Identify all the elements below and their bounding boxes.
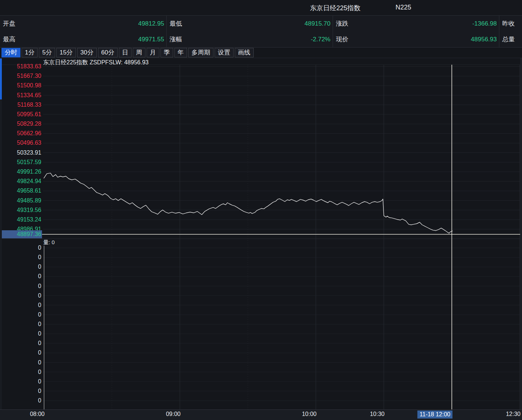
price-tick-label: 51500.98	[0, 82, 41, 90]
price-tick-label: 49658.61	[0, 187, 41, 195]
right-scrollbar-track[interactable]	[520, 58, 522, 409]
volume-tick-label: 0	[0, 349, 41, 357]
price-tick-label: 50662.96	[0, 129, 41, 137]
volume-tick-label: 0	[0, 378, 41, 386]
volume-tick-label: 0	[0, 387, 41, 395]
price-tick-label: 50157.59	[0, 158, 41, 166]
volume-tick-label: 0	[0, 330, 41, 338]
chart-overlay-title: 东京日经225指数 ZSDPFSLW: 48956.93	[43, 59, 148, 67]
volume-tick-label: 0	[0, 263, 41, 271]
volume-tick-label: 0	[0, 368, 41, 376]
volume-tick-label: 0	[0, 301, 41, 309]
price-tick-label: 49485.89	[0, 197, 41, 205]
time-axis-label: 10:30	[370, 411, 385, 417]
price-tick-label: 49153.24	[0, 216, 41, 224]
volume-tick-label: 0	[0, 272, 41, 280]
price-tick-label: 51667.30	[0, 72, 41, 80]
overlay-series-tag: ZSDPFSLW:	[90, 59, 122, 65]
volume-tick-label: 0	[0, 311, 41, 319]
time-axis-label: 08:00	[30, 411, 45, 417]
price-tick-label: 49824.94	[0, 177, 41, 185]
price-tick-label: 51334.65	[0, 91, 41, 99]
overlay-instrument-name: 东京日经225指数	[43, 59, 88, 65]
overlay-last-value: 48956.93	[124, 59, 149, 65]
price-tick-label: 50995.61	[0, 110, 41, 118]
volume-tick-label: 0	[0, 292, 41, 300]
volume-tick-label: 0	[0, 359, 41, 367]
price-tick-label: 50829.28	[0, 120, 41, 128]
time-axis: 08:0009:0010:0010:3011-18 12:0012:30	[0, 409, 522, 420]
price-tick-label: 49991.26	[0, 168, 41, 176]
left-scrollbar-track[interactable]	[0, 58, 2, 409]
left-scrollbar-thumb[interactable]	[0, 58, 2, 99]
volume-tick-label: 0	[0, 244, 41, 252]
price-line	[44, 173, 453, 233]
price-tick-label: 50323.91	[0, 149, 41, 157]
crosshair-price-badge: 48897.36	[0, 230, 42, 238]
volume-tick-label: 0	[0, 397, 41, 405]
price-tick-label: 49319.56	[0, 206, 41, 214]
volume-readout: 量: 0	[43, 239, 55, 246]
volume-tick-label: 0	[0, 253, 41, 261]
time-axis-label: 10:00	[302, 411, 317, 417]
time-axis-label: 09:00	[166, 411, 181, 417]
volume-tick-label: 0	[0, 320, 41, 328]
price-tick-label: 50496.63	[0, 139, 41, 147]
volume-tick-label: 0	[0, 282, 41, 290]
price-tick-label: 51168.33	[0, 101, 41, 109]
time-axis-label: 12:30	[506, 411, 521, 417]
price-tick-label: 51833.63	[0, 63, 41, 71]
chart-canvas[interactable]: 东京日经225指数 ZSDPFSLW: 48956.93 51833.63516…	[0, 0, 522, 420]
volume-tick-label: 0	[0, 339, 41, 347]
crosshair-time-badge: 11-18 12:00	[417, 410, 453, 419]
